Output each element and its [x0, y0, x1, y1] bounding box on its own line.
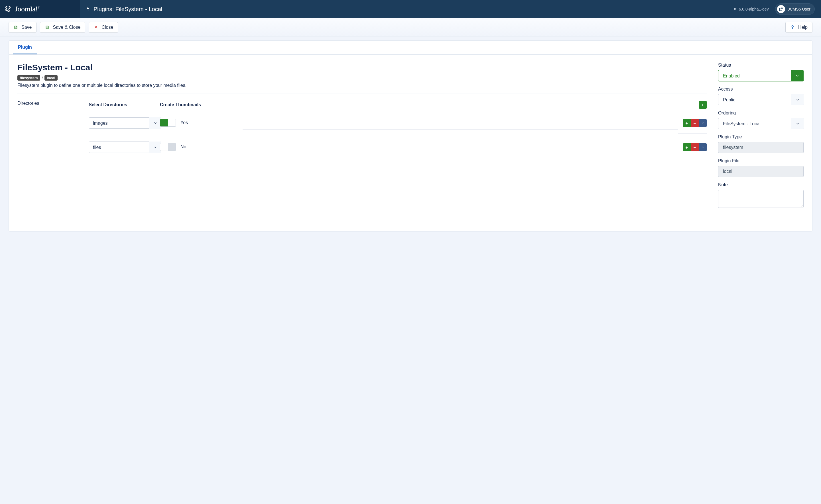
panel-body: FileSystem - Local filesystem / local Fi…: [9, 55, 812, 231]
directories-label: Directories: [17, 101, 39, 106]
slash: /: [42, 76, 43, 80]
status-label: Status: [718, 63, 804, 68]
row-move-button[interactable]: [699, 119, 707, 127]
note-textarea[interactable]: [718, 190, 804, 208]
version-text: 6.0.0-alpha1-dev: [739, 7, 769, 11]
add-row-button[interactable]: +: [699, 101, 707, 109]
note-label: Note: [718, 182, 804, 187]
directories-table: Select Directories Create Thumbnails +: [89, 99, 707, 159]
plug-icon: [85, 7, 91, 12]
main-column: FileSystem - Local filesystem / local Fi…: [17, 63, 707, 214]
divider: [17, 93, 707, 93]
save-icon: [13, 25, 18, 29]
close-icon: [93, 25, 98, 29]
row-actions: + −: [683, 119, 707, 127]
save-label: Save: [21, 25, 32, 30]
page: Plugin FileSystem - Local filesystem / l…: [0, 36, 821, 243]
joomla-small-icon: [733, 7, 737, 11]
save-close-label: Save & Close: [53, 25, 80, 30]
ptype-input: [718, 142, 804, 153]
row-remove-button[interactable]: −: [691, 143, 699, 151]
toggle-label: Yes: [180, 120, 188, 125]
save-icon: [45, 25, 49, 29]
switch-on[interactable]: [160, 119, 176, 127]
ordering-select[interactable]: FileSystem - Local: [718, 118, 804, 129]
panel: Plugin FileSystem - Local filesystem / l…: [9, 40, 812, 231]
joomla-logo-icon: [4, 5, 12, 13]
close-button[interactable]: Close: [89, 22, 118, 33]
col-header-thumb: Create Thumbnails: [160, 100, 243, 110]
svg-point-2: [734, 9, 735, 11]
plugin-path: filesystem / local: [17, 75, 707, 81]
topbar-main: Plugins: FileSystem - Local: [80, 6, 733, 13]
pfile-input: [718, 166, 804, 177]
side-column: Status Enabled Access Public Ordering: [718, 63, 804, 214]
folder-pill: filesystem: [17, 75, 40, 81]
topbar: Joomla!® Plugins: FileSystem - Local 6.0…: [0, 0, 821, 18]
plugin-description: Filesystem plugin to define one or multi…: [17, 83, 707, 88]
thumbnail-toggle[interactable]: Yes: [160, 119, 188, 127]
save-close-button[interactable]: Save & Close: [40, 22, 85, 33]
external-link-icon: [777, 5, 785, 13]
access-select[interactable]: Public: [718, 94, 804, 105]
thumbnail-toggle[interactable]: No: [160, 143, 186, 151]
page-title: Plugins: FileSystem - Local: [85, 6, 162, 13]
field-access: Access Public: [718, 87, 804, 105]
ordering-label: Ordering: [718, 110, 804, 116]
directory-select[interactable]: files: [89, 142, 161, 153]
brand[interactable]: Joomla!®: [0, 0, 80, 18]
directory-select[interactable]: images: [89, 117, 161, 129]
topbar-right: 6.0.0-alpha1-dev JCMS6 User: [733, 3, 821, 15]
row-add-button[interactable]: +: [683, 119, 691, 127]
help-button[interactable]: ? Help: [785, 22, 812, 33]
tabs: Plugin: [9, 41, 812, 55]
close-label: Close: [101, 25, 113, 30]
row-remove-button[interactable]: −: [691, 119, 699, 127]
status-select[interactable]: Enabled: [718, 70, 804, 81]
svg-point-1: [735, 8, 736, 9]
version-badge[interactable]: 6.0.0-alpha1-dev: [733, 7, 769, 11]
svg-point-3: [735, 9, 736, 11]
page-title-text: Plugins: FileSystem - Local: [93, 6, 162, 13]
row-add-button[interactable]: +: [683, 143, 691, 151]
ptype-label: Plugin Type: [718, 134, 804, 140]
field-plugin-file: Plugin File: [718, 158, 804, 177]
field-status: Status Enabled: [718, 63, 804, 81]
field-ordering: Ordering FileSystem - Local: [718, 110, 804, 129]
help-icon: ?: [790, 25, 795, 30]
tab-plugin[interactable]: Plugin: [13, 41, 37, 54]
svg-point-0: [734, 8, 735, 9]
pfile-label: Plugin File: [718, 158, 804, 163]
row-actions: + −: [683, 143, 707, 151]
user-name: JCMS6 User: [788, 7, 810, 11]
switch-off[interactable]: [160, 143, 176, 151]
user-menu[interactable]: JCMS6 User: [775, 3, 815, 15]
toolbar: Save Save & Close Close ? Help: [0, 18, 821, 36]
element-pill: local: [44, 75, 58, 81]
col-header-select: Select Directories: [89, 100, 160, 110]
plugin-title: FileSystem - Local: [17, 63, 707, 72]
toggle-label: No: [180, 144, 186, 149]
brand-text: Joomla!®: [15, 5, 40, 13]
save-button[interactable]: Save: [9, 22, 36, 33]
field-plugin-type: Plugin Type: [718, 134, 804, 153]
help-label: Help: [798, 25, 808, 30]
field-note: Note: [718, 182, 804, 209]
access-label: Access: [718, 87, 804, 92]
row-move-button[interactable]: [699, 143, 707, 151]
